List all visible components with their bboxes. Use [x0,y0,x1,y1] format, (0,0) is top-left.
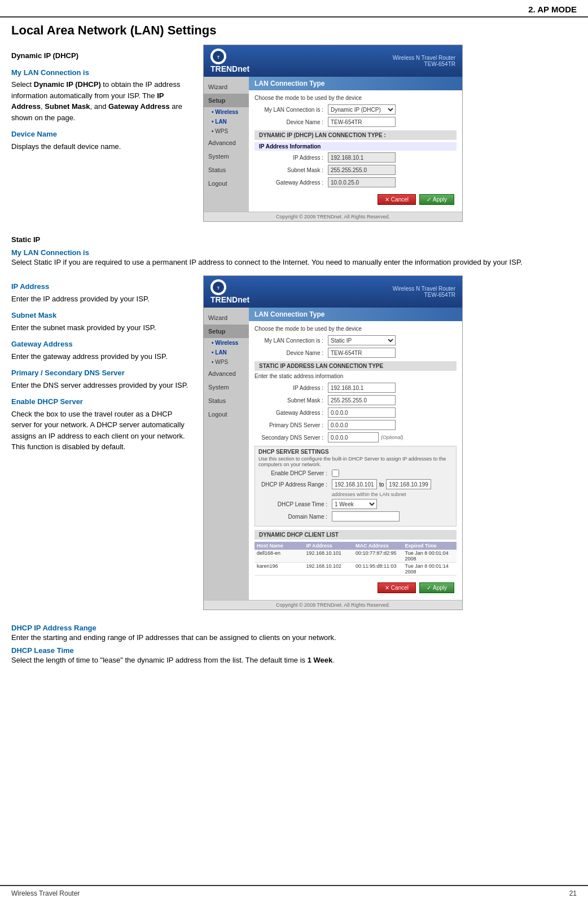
svg-text:T: T [217,55,220,59]
nav-wps-2[interactable]: • WPS [204,357,249,367]
enable-dhcp-checkbox[interactable] [332,470,339,477]
subnet-input-2[interactable] [328,395,396,405]
dns-body: Enter the DNS server addresses provided … [11,380,192,391]
apply-button-2[interactable]: ✓ Apply [419,582,454,593]
device-name-row-2: Device Name : [254,348,457,358]
primary-dns-label: Primary DNS Server : [254,422,328,428]
apply-button-1[interactable]: ✓ Apply [419,194,454,205]
device-name-desc: Displays the default device name. [11,141,192,152]
nav-system-2[interactable]: System [204,380,249,394]
subnet-input-1[interactable] [328,165,396,175]
static-ip-section-header: STATIC IP ADDRESS LAN CONNECTION TYPE [254,361,457,371]
subnet-term: Subnet Mask [11,310,192,321]
footer-left: Wireless Travel Router [11,889,80,897]
nav-logout-2[interactable]: Logout [204,407,249,421]
nav-advanced-1[interactable]: Advanced [204,136,249,150]
dhcp-lease-body: Select the length of time to "lease" the… [11,656,577,664]
nav-wireless-2[interactable]: • Wireless [204,338,249,348]
ip-address-term: IP Address [11,281,192,292]
button-row-1: ✕ Cancel ✓ Apply [254,192,457,207]
subnet-body: Enter the subnet mask provided by your I… [11,322,192,334]
static-ip-section: Static IP My LAN Connection is Select St… [11,231,577,270]
device-name-input-1[interactable] [328,117,396,127]
nav-wireless-1[interactable]: • Wireless [204,107,249,117]
trendnet-icon-2: T [210,279,226,295]
page-title: Local Area Network (LAN) Settings [11,23,577,38]
domain-name-label: Domain Name : [258,514,332,520]
router-model-2: Wireless N Travel Router TEW-654TR [393,286,455,298]
nav-logout-1[interactable]: Logout [204,177,249,190]
panel-content-2: Choose the mode to be used by the device… [249,321,462,600]
cancel-button-2[interactable]: ✕ Cancel [378,582,416,593]
router-body-1: Wizard Setup • Wireless • LAN • WPS Adva… [204,77,462,212]
nav-setup-1[interactable]: Setup [204,94,249,107]
lan-connection-select-1[interactable]: Dynamic IP (DHCP) Static IP [328,104,396,115]
lan-connection-select-2[interactable]: Static IP Dynamic IP (DHCP) [328,335,396,345]
domain-name-input[interactable] [332,511,400,521]
button-row-2: ✕ Cancel ✓ Apply [254,580,457,595]
gateway-input-1[interactable] [328,177,396,187]
nav-setup-2[interactable]: Setup [204,325,249,338]
nav-status-2[interactable]: Status [204,394,249,407]
dhcp-settings-desc: Use this section to configure the built-… [258,456,453,467]
ip-address-input-2[interactable] [328,383,396,393]
cancel-x-icon: ✕ [385,196,389,203]
secondary-dns-row: Secondary DNS Server : (Optional) [254,432,457,442]
ip-address-row-2: IP Address : [254,383,457,393]
chapter-title: 2. AP MODE [528,5,577,14]
enable-dhcp-row: Enable DHCP Server : [258,470,453,477]
nav-wizard-2[interactable]: Wizard [204,311,249,325]
dhcp-section-header: DYNAMIC IP (DHCP) LAN CONNECTION TYPE : [254,130,457,140]
ip-address-input-1[interactable] [328,152,396,163]
lan-conn-label-1: My LAN Connection is : [254,107,328,113]
dhcp-lease-label: DHCP Lease Time : [258,501,332,507]
dns-term: Primary / Secondary DNS Server [11,367,192,379]
device-name-input-2[interactable] [328,348,396,358]
nav-advanced-2[interactable]: Advanced [204,367,249,380]
primary-dns-input[interactable] [328,420,396,430]
router-body-2: Wizard Setup • Wireless • LAN • WPS Adva… [204,308,462,600]
nav-status-1[interactable]: Status [204,163,249,177]
router-sidebar-1: Wizard Setup • Wireless • LAN • WPS Adva… [204,77,249,212]
lan-connection-label-2: My LAN Connection is [11,248,577,257]
svg-text:T: T [217,286,220,290]
dhcp-descriptions: DHCP IP Address Range Enter the starting… [11,619,577,668]
apply-check-icon-2: ✓ [427,585,431,591]
secondary-dns-input[interactable] [328,432,379,442]
dhcp-range-from-input[interactable] [332,479,377,489]
domain-name-row: Domain Name : [258,511,453,521]
footer-right: 21 [569,889,577,897]
gateway-term: Gateway Address [11,339,192,350]
panel-desc-2: Choose the mode to be used by the device [254,326,457,332]
nav-system-1[interactable]: System [204,150,249,163]
client-list-section: DYNAMIC DHCP CLIENT LIST Host Name IP Ad… [254,530,457,576]
lan-connection-row-1: My LAN Connection is : Dynamic IP (DHCP)… [254,104,457,115]
nav-wizard-1[interactable]: Wizard [204,80,249,94]
dhcp-server-body: Check the box to use the travel router a… [11,409,192,453]
static-ip-left: IP Address Enter the IP address provided… [11,275,192,610]
subnet-label-1: Subnet Mask : [254,167,328,173]
router-logo-2: T TRENDnet [210,279,249,304]
router-header-1: T TRENDnet Wireless N Travel Router TEW-… [204,45,462,77]
subnet-mask-row-2: Subnet Mask : [254,395,457,405]
nav-wps-1[interactable]: • WPS [204,126,249,136]
dhcp-range-note: addresses within the LAN subnet [258,492,453,497]
nav-lan-1[interactable]: • LAN [204,117,249,126]
gateway-input-2[interactable] [328,407,396,418]
dhcp-lease-select[interactable]: 1 Week 1 Day 1 Hour [332,499,377,509]
dynamic-ip-title: Dynamic IP (DHCP) [11,50,192,62]
dhcp-range-to-input[interactable] [386,479,431,489]
main-content: Local Area Network (LAN) Settings Dynami… [0,23,588,673]
dynamic-ip-section: Dynamic IP (DHCP) My LAN Connection is S… [11,45,577,222]
ip-addr-label-1: IP Address : [254,155,328,161]
static-ip-two-col: IP Address Enter the IP address provided… [11,275,577,610]
cancel-button-1[interactable]: ✕ Cancel [378,194,416,205]
cancel-x-icon-2: ✕ [385,585,389,591]
panel-title-2: LAN Connection Type [249,308,462,321]
nav-lan-2[interactable]: • LAN [204,348,249,357]
ip-address-body: Enter the IP address provided by your IS… [11,293,192,305]
static-ip-section-desc: Enter the static address information [254,373,457,379]
client-list-header: DYNAMIC DHCP CLIENT LIST [254,530,457,540]
enable-dhcp-label: Enable DHCP Server : [258,470,332,476]
router-footer-2: Copyright © 2009 TRENDnet. All Rights Re… [204,600,462,610]
